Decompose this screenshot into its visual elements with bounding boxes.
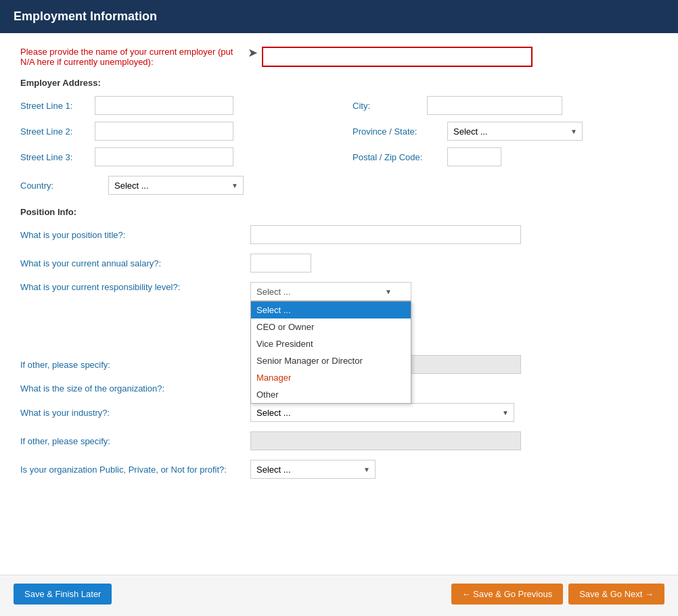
position-title-input[interactable] bbox=[250, 225, 521, 244]
street2-input[interactable] bbox=[95, 122, 233, 141]
if-other-industry-row: If other, please specify: bbox=[20, 431, 658, 450]
responsibility-option-vp[interactable]: Vice President bbox=[251, 335, 411, 352]
street1-row: Street Line 1: bbox=[20, 96, 325, 115]
save-go-next-button[interactable]: Save & Go Next → bbox=[568, 584, 664, 605]
province-row: Province / State: Select ... bbox=[353, 122, 658, 141]
org-type-select-wrapper[interactable]: Select ... bbox=[250, 460, 376, 479]
street3-input[interactable] bbox=[95, 147, 233, 166]
responsibility-option-other[interactable]: Other bbox=[251, 386, 411, 403]
responsibility-option-senior[interactable]: Senior Manager or Director bbox=[251, 352, 411, 369]
save-finish-later-button[interactable]: Save & Finish Later bbox=[14, 584, 112, 605]
responsibility-option-manager[interactable]: Manager bbox=[251, 369, 411, 386]
position-title-label: What is your position title?: bbox=[20, 230, 250, 240]
if-other-industry-label: If other, please specify: bbox=[20, 436, 250, 446]
employer-name-row: Please provide the name of your current … bbox=[20, 47, 658, 67]
responsibility-trigger[interactable]: Select ... ▼ bbox=[250, 282, 411, 301]
street2-row: Street Line 2: bbox=[20, 122, 325, 141]
annual-salary-input[interactable] bbox=[250, 254, 311, 273]
if-other-industry-input[interactable] bbox=[250, 431, 521, 450]
city-row: City: bbox=[353, 96, 658, 115]
save-go-previous-button[interactable]: ← Save & Go Previous bbox=[451, 584, 564, 605]
page-title: Employment Information bbox=[14, 9, 157, 23]
city-label: City: bbox=[353, 101, 420, 111]
annual-salary-label: What is your current annual salary?: bbox=[20, 258, 250, 268]
employer-name-input[interactable] bbox=[262, 47, 533, 67]
required-arrow-icon: ➤ bbox=[248, 45, 258, 60]
annual-salary-row: What is your current annual salary?: bbox=[20, 254, 658, 273]
responsibility-label: What is your current responsibility leve… bbox=[20, 282, 250, 292]
responsibility-option-select[interactable]: Select ... bbox=[251, 302, 411, 318]
responsibility-caret-icon: ▼ bbox=[385, 288, 392, 295]
postal-row: Postal / Zip Code: bbox=[353, 147, 658, 166]
org-type-select[interactable]: Select ... bbox=[250, 460, 376, 479]
industry-row: What is your industry?: Select ... bbox=[20, 403, 658, 422]
country-label: Country: bbox=[20, 181, 101, 191]
industry-label: What is your industry?: bbox=[20, 408, 250, 418]
responsibility-value: Select ... bbox=[256, 287, 291, 297]
position-section-title: Position Info: bbox=[20, 207, 658, 217]
street1-label: Street Line 1: bbox=[20, 101, 88, 111]
org-type-label: Is your organization Public, Private, or… bbox=[20, 465, 250, 475]
footer-bar: Save & Finish Later ← Save & Go Previous… bbox=[0, 575, 678, 613]
footer-right-buttons: ← Save & Go Previous Save & Go Next → bbox=[451, 584, 665, 605]
industry-select[interactable]: Select ... bbox=[250, 403, 514, 422]
country-row: Country: Select ... bbox=[20, 176, 658, 195]
street3-label: Street Line 3: bbox=[20, 152, 88, 162]
page-header: Employment Information bbox=[0, 0, 678, 33]
province-label: Province / State: bbox=[353, 126, 440, 137]
street1-input[interactable] bbox=[95, 96, 233, 115]
responsibility-row: What is your current responsibility leve… bbox=[20, 282, 658, 301]
address-grid: Street Line 1: City: Street Line 2: bbox=[20, 96, 658, 166]
position-title-row: What is your position title?: bbox=[20, 225, 658, 244]
street3-row: Street Line 3: bbox=[20, 147, 325, 166]
country-select[interactable]: Select ... bbox=[108, 176, 244, 195]
province-select-wrapper[interactable]: Select ... bbox=[447, 122, 583, 141]
city-input[interactable] bbox=[427, 96, 562, 115]
if-other-label: If other, please specify: bbox=[20, 360, 250, 370]
employer-label: Please provide the name of your current … bbox=[20, 47, 244, 67]
responsibility-option-ceo[interactable]: CEO or Owner bbox=[251, 318, 411, 335]
street2-label: Street Line 2: bbox=[20, 126, 88, 137]
country-select-wrapper[interactable]: Select ... bbox=[108, 176, 244, 195]
address-section-title: Employer Address: bbox=[20, 78, 658, 88]
responsibility-dropdown-container[interactable]: Select ... ▼ Select ... CEO or Owner Vic… bbox=[250, 282, 411, 301]
postal-label: Postal / Zip Code: bbox=[353, 152, 440, 162]
form-container: Please provide the name of your current … bbox=[0, 33, 678, 575]
province-select[interactable]: Select ... bbox=[447, 122, 583, 141]
industry-select-wrapper[interactable]: Select ... bbox=[250, 403, 514, 422]
postal-input[interactable] bbox=[447, 147, 501, 166]
responsibility-options-list: Select ... CEO or Owner Vice President S… bbox=[250, 301, 411, 404]
org-size-label: What is the size of the organization?: bbox=[20, 383, 250, 394]
org-type-row: Is your organization Public, Private, or… bbox=[20, 460, 658, 479]
